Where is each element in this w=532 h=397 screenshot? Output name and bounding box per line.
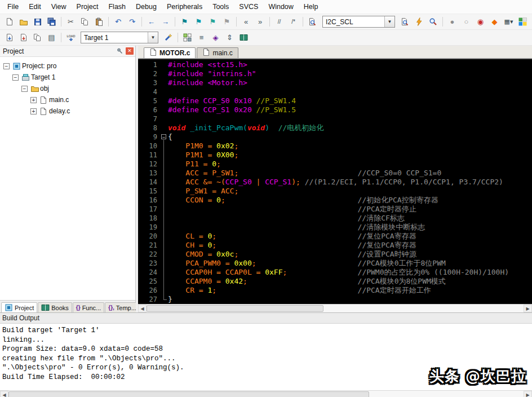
cut-icon[interactable]: ✂: [64, 16, 77, 28]
code-line[interactable]: 9{: [138, 133, 532, 142]
hscroll-thumb[interactable]: [147, 305, 323, 312]
unindent-icon[interactable]: «: [240, 16, 252, 28]
functions-icon[interactable]: ◈: [209, 32, 222, 44]
bookmark-previous-icon[interactable]: ⚑: [192, 16, 205, 28]
find-in-files-icon[interactable]: [306, 16, 319, 28]
chevron-down-icon[interactable]: ▼: [384, 16, 394, 27]
bookmark-clear-icon[interactable]: ⚑: [220, 16, 233, 28]
manage-project-items-icon[interactable]: [181, 32, 194, 44]
scroll-left-icon[interactable]: ◀: [0, 391, 8, 397]
code-line[interactable]: 4: [138, 87, 532, 96]
code-line[interactable]: 6#define CCP_S1 0x20 //P_SW1.5: [138, 105, 532, 114]
menu-view[interactable]: View: [46, 1, 72, 13]
navigate-back-icon[interactable]: ←: [145, 16, 158, 28]
tree-item[interactable]: −Project: pro: [0, 60, 135, 72]
navigate-forward-icon[interactable]: →: [159, 16, 172, 28]
copy-icon[interactable]: [78, 16, 91, 28]
debug-start-icon[interactable]: ◆: [488, 16, 501, 28]
code-line[interactable]: 15 P_SW1 = ACC;: [138, 187, 532, 196]
scroll-right-icon[interactable]: ▶: [524, 305, 532, 312]
code-line[interactable]: 2#include "intrins.h": [138, 69, 532, 78]
code-line[interactable]: 12 P11 = 0;: [138, 160, 532, 169]
editor-tab-mainc[interactable]: main.c: [197, 47, 238, 58]
panel-tab-project[interactable]: Project: [1, 302, 37, 312]
output-hscroll-track[interactable]: [8, 391, 524, 397]
code-line[interactable]: 1#include <stc15.h>: [138, 60, 532, 69]
menu-debug[interactable]: Debug: [131, 1, 162, 13]
code-line[interactable]: 11 P1M1 = 0X00;: [138, 151, 532, 160]
panel-tab-temp[interactable]: {},Temp...: [105, 302, 140, 312]
chevron-down-icon[interactable]: ▼: [148, 32, 158, 43]
code-line[interactable]: 10 P1M0 = 0x02;: [138, 142, 532, 151]
code-line[interactable]: 18 //清除CF标志: [138, 214, 532, 223]
search-icon[interactable]: [427, 16, 440, 28]
hscroll-track[interactable]: [147, 305, 524, 312]
download-load-icon[interactable]: LOAD: [64, 32, 77, 44]
target-combo[interactable]: Target 1 ▼: [81, 32, 158, 43]
code-line[interactable]: 8void _init_PcaPwm(void) //电机初始化: [138, 123, 532, 133]
code-line[interactable]: 23 PCA_PWM0 = 0x00; //PCA模块0工作于8位PWM: [138, 259, 532, 268]
file-extensions-icon[interactable]: ≡: [195, 32, 208, 44]
close-icon[interactable]: ✕: [126, 47, 134, 55]
tree-item[interactable]: +delay.c: [0, 105, 135, 117]
expand-icon[interactable]: +: [30, 108, 37, 114]
tree-item[interactable]: −Target 1: [0, 72, 135, 83]
code-line[interactable]: 25 CCAPM0 = 0x42; //PCA模块0为8位PWM模式: [138, 277, 532, 286]
flash-programming-icon[interactable]: [413, 16, 425, 28]
code-line[interactable]: 21 CH = 0; //复位PCA寄存器: [138, 241, 532, 250]
code-line[interactable]: 13 ACC = P_SW1; //CCP_S0=0 CCP_S1=0: [138, 169, 532, 178]
find-combo[interactable]: I2C_SCL ▼: [322, 16, 395, 28]
editor-hscrollbar[interactable]: ◀ ▶: [138, 304, 532, 312]
redo-icon[interactable]: ↷: [126, 16, 139, 28]
batch-build-icon[interactable]: ▤: [45, 32, 58, 44]
menu-file[interactable]: File: [2, 1, 24, 13]
save-icon[interactable]: [31, 16, 44, 28]
breakpoint-kill-all-icon[interactable]: ◉: [474, 16, 487, 28]
menu-window[interactable]: Window: [263, 1, 298, 13]
code-line[interactable]: 14 ACC &= ~(CCP_S0 | CCP_S1); //(P1.2/EC…: [138, 178, 532, 187]
breakpoint-toggle-icon[interactable]: ●: [446, 16, 459, 28]
scroll-right-icon[interactable]: ▶: [524, 391, 532, 397]
collapse-icon[interactable]: −: [21, 86, 28, 92]
menu-edit[interactable]: Edit: [24, 1, 46, 13]
menu-project[interactable]: Project: [72, 1, 104, 13]
books-icon[interactable]: [237, 32, 250, 44]
bookmark-next-icon[interactable]: ⚑: [206, 16, 219, 28]
code-line[interactable]: 27}: [138, 295, 532, 304]
editor-tab-motorc[interactable]: MOTOR.c: [144, 47, 196, 58]
uncomment-selection-icon[interactable]: /*: [287, 16, 300, 28]
menu-help[interactable]: Help: [299, 1, 323, 13]
tree-item[interactable]: −obj: [0, 83, 135, 94]
code-line[interactable]: 19 //清除模块中断标志: [138, 223, 532, 232]
code-line[interactable]: 7: [138, 114, 532, 123]
navigate-up-down-icon[interactable]: ⇕: [223, 32, 236, 44]
bookmark-toggle-icon[interactable]: ⚑: [178, 16, 191, 28]
output-hscrollbar[interactable]: ◀ ▶: [0, 390, 532, 397]
translate-file-icon[interactable]: [3, 32, 16, 44]
undo-icon[interactable]: ↶: [112, 16, 125, 28]
collapse-icon[interactable]: −: [12, 74, 19, 81]
code-editor[interactable]: 1#include <stc15.h>2#include "intrins.h"…: [138, 59, 532, 304]
code-line[interactable]: 22 CMOD = 0x0c; //设置PCA时钟源: [138, 250, 532, 259]
rebuild-all-icon[interactable]: [31, 32, 44, 44]
edit-find-icon[interactable]: [398, 16, 411, 28]
panel-tab-func[interactable]: {}Func...: [73, 302, 104, 312]
indent-icon[interactable]: »: [254, 16, 267, 28]
save-all-icon[interactable]: [45, 16, 58, 28]
menu-svcs[interactable]: SVCS: [234, 1, 263, 13]
menu-flash[interactable]: Flash: [103, 1, 131, 13]
code-line[interactable]: 3#include <Motor.h>: [138, 78, 532, 87]
window-layout-icon[interactable]: ▦▾: [502, 16, 515, 28]
code-line[interactable]: 26 CR = 1; //PCA定时器开始工作: [138, 286, 532, 295]
output-hscroll-thumb[interactable]: [8, 391, 369, 397]
open-file-icon[interactable]: [17, 16, 30, 28]
code-line[interactable]: 24 CCAP0H = CCAP0L = 0xFF; //PWM0的占空比为0%…: [138, 268, 532, 277]
panel-tab-books[interactable]: Books: [38, 302, 72, 312]
rte-manager-icon[interactable]: [516, 16, 529, 28]
new-file-icon[interactable]: [3, 16, 16, 28]
build-icon[interactable]: [17, 32, 30, 44]
menu-tools[interactable]: Tools: [207, 1, 234, 13]
expand-icon[interactable]: +: [30, 97, 37, 103]
breakpoint-disable-icon[interactable]: ○: [460, 16, 473, 28]
comment-selection-icon[interactable]: //: [273, 16, 286, 28]
